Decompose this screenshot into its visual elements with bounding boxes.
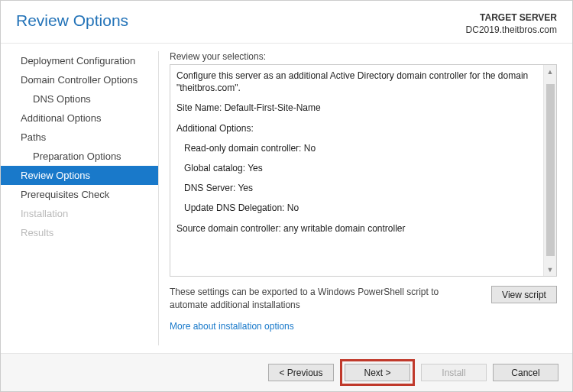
review-line: Additional Options: [176, 122, 537, 134]
wizard-window: Review Options TARGET SERVER DC2019.thei… [0, 0, 573, 392]
target-server-label: TARGET SERVER [466, 11, 557, 24]
export-description: These settings can be exported to a Wind… [170, 286, 479, 312]
review-line: Configure this server as an additional A… [176, 70, 537, 94]
sidebar: Deployment Configuration Domain Controll… [1, 44, 159, 353]
sidebar-item-results: Results [1, 223, 159, 242]
review-textbox[interactable]: Configure this server as an additional A… [170, 64, 557, 277]
sidebar-item-domain-controller-options[interactable]: Domain Controller Options [1, 70, 159, 89]
review-line: Read-only domain controller: No [176, 142, 537, 154]
next-button[interactable]: Next > [345, 364, 410, 381]
footer: < Previous Next > Install Cancel [1, 353, 572, 391]
review-selections-label: Review your selections: [170, 51, 557, 62]
sidebar-item-dns-options[interactable]: DNS Options [1, 89, 159, 109]
review-line: DNS Server: Yes [176, 182, 537, 194]
cancel-button[interactable]: Cancel [493, 364, 558, 381]
scroll-thumb[interactable] [546, 84, 555, 256]
scroll-up-icon[interactable]: ▲ [544, 65, 557, 78]
main-content: Review your selections: Configure this s… [159, 44, 572, 353]
review-content: Configure this server as an additional A… [170, 65, 543, 276]
target-server-block: TARGET SERVER DC2019.theitbros.com [466, 11, 557, 38]
sidebar-item-deployment-configuration[interactable]: Deployment Configuration [1, 51, 159, 70]
target-server-name: DC2019.theitbros.com [466, 24, 557, 36]
review-line: Source domain controller: any writable d… [176, 222, 537, 235]
header: Review Options TARGET SERVER DC2019.thei… [1, 1, 572, 44]
install-button: Install [421, 364, 487, 381]
scroll-down-icon[interactable]: ▼ [544, 263, 557, 276]
view-script-button[interactable]: View script [491, 286, 557, 303]
more-about-installation-link[interactable]: More about installation options [170, 321, 557, 332]
export-row: These settings can be exported to a Wind… [170, 286, 557, 312]
sidebar-item-paths[interactable]: Paths [1, 128, 159, 147]
sidebar-item-review-options[interactable]: Review Options [1, 166, 159, 185]
page-title: Review Options [16, 11, 128, 38]
scrollbar[interactable]: ▲ ▼ [543, 65, 556, 276]
review-line: Global catalog: Yes [176, 162, 537, 174]
previous-button[interactable]: < Previous [268, 364, 334, 381]
sidebar-item-additional-options[interactable]: Additional Options [1, 109, 159, 128]
sidebar-item-prerequisites-check[interactable]: Prerequisites Check [1, 185, 159, 204]
body: Deployment Configuration Domain Controll… [1, 44, 572, 353]
next-button-highlight: Next > [340, 359, 415, 386]
sidebar-item-installation: Installation [1, 204, 159, 223]
review-line: Site Name: Default-First-Site-Name [176, 102, 537, 114]
sidebar-item-preparation-options[interactable]: Preparation Options [1, 147, 159, 166]
review-line: Update DNS Delegation: No [176, 202, 537, 214]
